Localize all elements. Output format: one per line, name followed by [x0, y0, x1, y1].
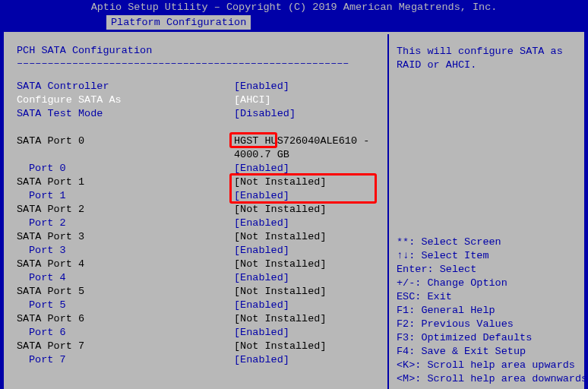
- value: [Not Installed]: [234, 340, 381, 353]
- key-hints: **: Select Screen ↑↓: Select Item Enter:…: [397, 236, 574, 386]
- item-port-4[interactable]: Port 4 [Enabled]: [17, 271, 381, 285]
- item-sata-port-4: SATA Port 4 [Not Installed]: [17, 258, 381, 271]
- help-text: This will configure SATA as RAID or AHCI…: [397, 45, 574, 72]
- item-port-5[interactable]: Port 5 [Enabled]: [17, 299, 381, 312]
- label: SATA Controller: [17, 80, 234, 93]
- tab-bar: Platform Configuration: [0, 15, 588, 30]
- label: SATA Port 2: [17, 203, 234, 217]
- item-port-0[interactable]: Port 0 [Enabled]: [17, 162, 381, 176]
- value: [Disabled]: [234, 107, 381, 121]
- label: SATA Port 1: [17, 176, 234, 189]
- value: [Enabled]: [234, 217, 381, 230]
- value: [Enabled]: [234, 271, 381, 285]
- left-panel: PCH SATA Configuration –––––––––––––––––…: [6, 34, 387, 389]
- hint: ESC: Exit: [397, 290, 574, 304]
- item-sata-port-0-line2: 4000.7 GB: [17, 148, 381, 162]
- item-port-1[interactable]: Port 1 [Enabled]: [17, 189, 381, 203]
- item-sata-controller[interactable]: SATA Controller [Enabled]: [17, 80, 381, 93]
- label: Port 4: [17, 271, 234, 285]
- hint: F1: General Help: [397, 304, 574, 318]
- hint: F3: Optimized Defaults: [397, 331, 574, 345]
- title-bar: Aptio Setup Utility – Copyright (C) 2019…: [0, 0, 588, 15]
- item-sata-port-0: SATA Port 0 HGST HUS726040ALE610 -: [17, 134, 381, 148]
- value: [Not Installed]: [234, 230, 381, 244]
- item-port-3[interactable]: Port 3 [Enabled]: [17, 244, 381, 258]
- label: Port 6: [17, 326, 234, 340]
- value: [Enabled]: [234, 189, 381, 203]
- value: [Enabled]: [234, 353, 381, 367]
- main-frame: PCH SATA Configuration –––––––––––––––––…: [2, 30, 586, 389]
- tab-platform-configuration[interactable]: Platform Configuration: [106, 15, 251, 30]
- hint: Enter: Select: [397, 263, 574, 277]
- label: SATA Port 7: [17, 340, 234, 353]
- value: [Enabled]: [234, 326, 381, 340]
- hint: +/-: Change Option: [397, 277, 574, 290]
- value: [Enabled]: [234, 299, 381, 312]
- label: Port 0: [17, 162, 234, 176]
- value: [AHCI]: [234, 93, 381, 107]
- value: [Enabled]: [234, 162, 381, 176]
- item-port-7[interactable]: Port 7 [Enabled]: [17, 353, 381, 367]
- label: SATA Port 5: [17, 285, 234, 299]
- hint: <M>: Scroll help area downwards: [397, 372, 574, 386]
- divider: ––––––––––––––––––––––––––––––––––––––––…: [17, 58, 381, 69]
- item-sata-port-1: SATA Port 1 [Not Installed]: [17, 176, 381, 189]
- item-sata-test-mode[interactable]: SATA Test Mode [Disabled]: [17, 107, 381, 121]
- item-configure-sata-as[interactable]: Configure SATA As [AHCI]: [17, 93, 381, 107]
- label: SATA Port 3: [17, 230, 234, 244]
- spacer: [17, 148, 234, 162]
- label: Port 2: [17, 217, 234, 230]
- right-panel: This will configure SATA as RAID or AHCI…: [387, 34, 582, 389]
- blank-row: [17, 121, 381, 134]
- item-sata-port-3: SATA Port 3 [Not Installed]: [17, 230, 381, 244]
- item-sata-port-5: SATA Port 5 [Not Installed]: [17, 285, 381, 299]
- value: [Enabled]: [234, 80, 381, 93]
- label: Port 1: [17, 189, 234, 203]
- section-title: PCH SATA Configuration: [17, 45, 381, 56]
- value-line2: 4000.7 GB: [234, 148, 381, 162]
- hint: <K>: Scroll help area upwards: [397, 359, 574, 372]
- item-port-6[interactable]: Port 6 [Enabled]: [17, 326, 381, 340]
- hint: ↑↓: Select Item: [397, 249, 574, 263]
- value-line1: HGST HUS726040ALE610 -: [234, 134, 381, 148]
- item-sata-port-6: SATA Port 6 [Not Installed]: [17, 312, 381, 326]
- value: [Not Installed]: [234, 258, 381, 271]
- hint: F2: Previous Values: [397, 318, 574, 331]
- hint: F4: Save & Exit Setup: [397, 345, 574, 359]
- item-sata-port-7: SATA Port 7 [Not Installed]: [17, 340, 381, 353]
- label: SATA Port 0: [17, 134, 234, 148]
- value: [Enabled]: [234, 244, 381, 258]
- label: Port 7: [17, 353, 234, 367]
- label: Port 3: [17, 244, 234, 258]
- label: Port 5: [17, 299, 234, 312]
- label: SATA Test Mode: [17, 107, 234, 121]
- value: [Not Installed]: [234, 176, 381, 189]
- label: SATA Port 6: [17, 312, 234, 326]
- value: [Not Installed]: [234, 312, 381, 326]
- item-port-2[interactable]: Port 2 [Enabled]: [17, 217, 381, 230]
- hint: **: Select Screen: [397, 236, 574, 249]
- value: [Not Installed]: [234, 203, 381, 217]
- label: Configure SATA As: [17, 93, 234, 107]
- help-line: This will configure SATA as: [397, 45, 574, 59]
- item-sata-port-2: SATA Port 2 [Not Installed]: [17, 203, 381, 217]
- help-line: RAID or AHCI.: [397, 59, 574, 72]
- value: [Not Installed]: [234, 285, 381, 299]
- label: SATA Port 4: [17, 258, 234, 271]
